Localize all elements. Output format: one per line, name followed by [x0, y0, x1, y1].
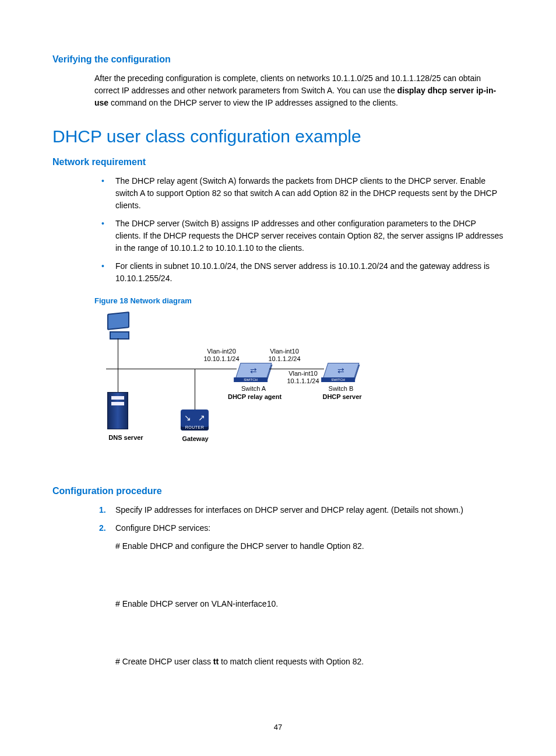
wire: [269, 369, 324, 369]
switch-a-icon: SWITCH: [235, 363, 272, 379]
heading-config: Configuration procedure: [52, 484, 504, 498]
bullet-item: For clients in subnet 10.10.1.0/24, the …: [94, 260, 504, 285]
bold-text: tt: [213, 657, 219, 666]
step-item: Specify IP addresses for interfaces on D…: [94, 504, 504, 516]
label-ip20: 10.10.1.1/24: [198, 354, 245, 364]
substep-a: # Enable DHCP and configure the DHCP ser…: [115, 540, 504, 552]
wire: [106, 369, 237, 369]
heading-netreq: Network requirement: [52, 155, 504, 169]
label-dns: DNS server: [97, 433, 155, 443]
substep-c: # Create DHCP user class tt to match cli…: [115, 656, 504, 668]
para-verify: After the preceding configuration is com…: [94, 72, 504, 109]
label-ip10a: 10.1.1.2/24: [261, 354, 308, 364]
bullet-item: The DHCP relay agent (Switch A) forwards…: [94, 175, 504, 212]
heading-title: DHCP user class configuration example: [52, 123, 504, 149]
label-server: DHCP server: [310, 392, 374, 402]
heading-verify: Verifying the configuration: [52, 52, 504, 66]
label-gateway: Gateway: [175, 434, 216, 444]
figure-caption: Figure 18 Network diagram: [94, 295, 504, 307]
router-icon: ↘↗ ROUTER: [181, 410, 209, 430]
substep-b: # Enable DHCP server on VLAN-interface10…: [115, 598, 504, 610]
network-diagram: DNS server ↘↗ ROUTER Gateway SWITCH Swit…: [105, 310, 385, 456]
netreq-list: The DHCP relay agent (Switch A) forwards…: [94, 175, 504, 285]
wire: [118, 338, 118, 392]
step-item: Configure DHCP services:: [94, 522, 504, 534]
text: to match client requests with Option 82.: [219, 657, 364, 666]
server-icon: [107, 392, 128, 429]
label-ip10b: 10.1.1.1/24: [280, 376, 326, 386]
page: Verifying the configuration After the pr…: [0, 0, 556, 756]
text: # Create DHCP user class: [115, 657, 213, 666]
text: command on the DHCP server to view the I…: [108, 98, 398, 107]
pc-icon: [107, 313, 131, 338]
switch-b-icon: SWITCH: [322, 363, 359, 379]
page-number: 47: [0, 722, 556, 733]
config-steps: Specify IP addresses for interfaces on D…: [94, 504, 504, 534]
wire: [195, 369, 195, 410]
label-relay: DHCP relay agent: [217, 392, 293, 402]
bullet-item: The DHCP server (Switch B) assigns IP ad…: [94, 218, 504, 254]
